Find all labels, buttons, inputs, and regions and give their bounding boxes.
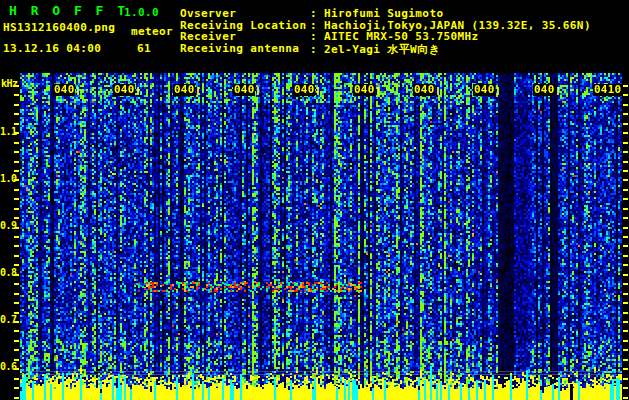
time-label: 0410 xyxy=(593,84,622,96)
axis-tick xyxy=(14,274,19,276)
axis-tick xyxy=(623,264,628,266)
axis-tick xyxy=(14,142,19,144)
freq-tick-label: 0.6 xyxy=(0,361,17,372)
axis-tick xyxy=(623,283,628,285)
axis-tick xyxy=(14,368,19,370)
mode-label: meteor xyxy=(131,25,173,38)
minute-digit-mark xyxy=(497,87,499,95)
axis-tick xyxy=(14,330,19,332)
axis-tick xyxy=(14,255,19,257)
minute-digit-mark xyxy=(437,87,439,95)
axis-tick xyxy=(14,94,19,96)
axis-tick xyxy=(623,189,628,191)
axis-tick xyxy=(623,359,628,361)
axis-tick xyxy=(623,330,628,332)
minute-digit-mark xyxy=(257,87,259,95)
minute-digit-mark xyxy=(557,87,559,95)
axis-tick xyxy=(623,217,628,219)
axis-tick xyxy=(14,264,19,266)
time-label: 040 xyxy=(53,84,75,96)
datetime: 13.12.16 04:00 xyxy=(3,42,101,55)
axis-tick xyxy=(623,85,628,87)
time-label: 040 xyxy=(113,84,135,96)
axis-tick xyxy=(623,349,628,351)
time-label: 040 xyxy=(293,84,315,96)
axis-tick xyxy=(14,189,19,191)
axis-tick xyxy=(623,142,628,144)
minute-digit-mark xyxy=(77,87,79,95)
axis-tick xyxy=(14,151,19,153)
time-label: 040 xyxy=(413,84,435,96)
axis-tick xyxy=(14,123,19,125)
axis-tick xyxy=(623,255,628,257)
axis-tick xyxy=(623,321,628,323)
time-label: 040 xyxy=(233,84,255,96)
axis-tick xyxy=(623,245,628,247)
axis-tick xyxy=(14,293,19,295)
time-label: 040 xyxy=(533,84,555,96)
axis-tick xyxy=(14,378,19,380)
axis-tick xyxy=(623,340,628,342)
axis-tick xyxy=(623,274,628,276)
time-label: 040 xyxy=(473,84,495,96)
axis-tick xyxy=(14,170,19,172)
freq-tick-label: 0.7 xyxy=(0,314,17,325)
axis-tick xyxy=(623,104,628,106)
minute-digit-mark xyxy=(137,87,139,95)
app-version: 1.0.0 xyxy=(124,6,159,19)
axis-tick xyxy=(14,113,19,115)
freq-axis-unit: kHz xyxy=(1,78,18,89)
axis-tick xyxy=(623,397,628,399)
axis-tick xyxy=(14,340,19,342)
axis-tick xyxy=(623,132,628,134)
time-label: 040 xyxy=(353,84,375,96)
axis-tick xyxy=(623,293,628,295)
axis-tick xyxy=(623,378,628,380)
axis-tick xyxy=(623,302,628,304)
axis-tick xyxy=(14,312,19,314)
info-label-antenna: Receiving antenna xyxy=(180,42,299,55)
axis-tick xyxy=(623,312,628,314)
freq-tick-label: 0.8 xyxy=(0,267,17,278)
axis-tick xyxy=(14,179,19,181)
axis-tick xyxy=(623,179,628,181)
axis-tick xyxy=(14,359,19,361)
axis-tick xyxy=(623,236,628,238)
axis-tick xyxy=(623,94,628,96)
axis-tick xyxy=(14,387,19,389)
app-title: H R O F F T xyxy=(9,3,128,18)
axis-tick xyxy=(623,198,628,200)
axis-tick xyxy=(623,161,628,163)
axis-tick xyxy=(14,302,19,304)
axis-tick xyxy=(14,208,19,210)
axis-tick xyxy=(14,245,19,247)
axis-tick xyxy=(623,368,628,370)
minute-digit-mark xyxy=(317,87,319,95)
axis-tick xyxy=(14,321,19,323)
echo-count: 61 xyxy=(137,42,151,55)
axis-tick xyxy=(623,208,628,210)
axis-tick xyxy=(14,349,19,351)
axis-tick xyxy=(623,123,628,125)
minute-digit-mark xyxy=(197,87,199,95)
axis-tick xyxy=(14,104,19,106)
axis-tick xyxy=(14,198,19,200)
axis-tick xyxy=(14,132,19,134)
axis-tick xyxy=(623,170,628,172)
axis-tick xyxy=(14,217,19,219)
info-value-antenna: : 2el-Yagi 水平W向き xyxy=(310,42,440,57)
axis-tick xyxy=(623,387,628,389)
axis-tick xyxy=(14,397,19,399)
spectrogram-canvas xyxy=(20,73,622,400)
axis-tick xyxy=(623,113,628,115)
freq-tick-label: 0.9 xyxy=(0,220,17,231)
minute-digit-mark xyxy=(377,87,379,95)
axis-tick xyxy=(14,161,19,163)
time-label: 040 xyxy=(173,84,195,96)
axis-tick xyxy=(623,151,628,153)
hrofft-spectrogram-page: H R O F F T 1.0.0 HS1312160400.png meteo… xyxy=(0,0,629,400)
axis-tick xyxy=(14,283,19,285)
axis-tick xyxy=(14,85,19,87)
filename: HS1312160400.png xyxy=(3,21,115,34)
axis-tick xyxy=(14,236,19,238)
